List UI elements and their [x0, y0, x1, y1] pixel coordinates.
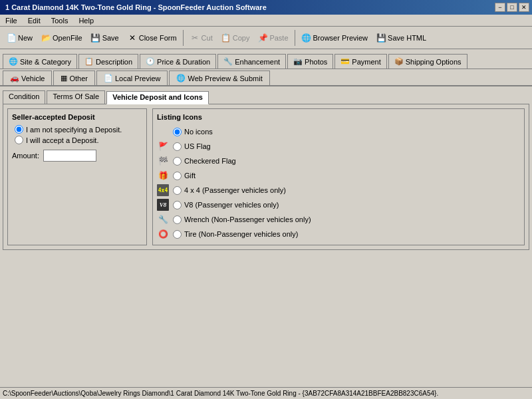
radio-gift[interactable] — [173, 172, 182, 180]
no-icons-icon — [157, 126, 169, 138]
title-bar: 1 Carat Diamond 14K Two-Tone Gold Ring -… — [0, 0, 532, 15]
icon-row-wrench: 🔧 Wrench (Non-Passenger vehicles only) — [157, 213, 520, 226]
radio-tire[interactable] — [173, 230, 182, 239]
web-preview-icon: 🌐 — [176, 74, 186, 82]
tab-local-preview[interactable]: 📄 Local Preview — [96, 70, 168, 85]
tab-description[interactable]: 📋 Description — [78, 54, 138, 68]
no-icons-label: No icons — [173, 128, 213, 136]
browser-preview-icon: 🌐 — [301, 33, 312, 43]
save-icon: 💾 — [90, 33, 101, 43]
subtab-vehicle-deposit[interactable]: Vehicle Deposit and Icons — [106, 91, 209, 104]
price-duration-icon: 🕐 — [146, 57, 155, 66]
tab-price-duration[interactable]: 🕐 Price & Duration — [140, 54, 216, 68]
paste-icon: 📌 — [257, 33, 268, 43]
tab-payment[interactable]: 💳 Payment — [334, 54, 386, 68]
tab-vehicle[interactable]: 🚗 Vehicle — [3, 70, 52, 85]
content-area: Seller-accepted Deposit I am not specify… — [3, 104, 529, 250]
copy-icon: 📋 — [221, 33, 231, 43]
radio-will-accept-input[interactable] — [15, 136, 23, 144]
deposit-radio-group: I am not specifying a Deposit. I will ac… — [15, 125, 142, 144]
sub-tabs: Condition Terms Of Sale Vehicle Deposit … — [0, 86, 532, 104]
closeform-button[interactable]: ✕ Close Form — [124, 29, 180, 47]
icon-row-4x4: 4x4 4 x 4 (Passenger vehicles only) — [157, 184, 520, 197]
wrench-label: Wrench (Non-Passenger vehicles only) — [173, 215, 311, 224]
browser-preview-button[interactable]: 🌐 Browser Preview — [298, 29, 372, 47]
new-button[interactable]: 📄 New — [3, 29, 36, 47]
radio-us-flag[interactable] — [173, 142, 182, 151]
tire-label: Tire (Non-Passenger vehicles only) — [173, 230, 298, 239]
checkered-flag-icon: 🏁 — [157, 155, 169, 167]
tab-other[interactable]: ▦ Other — [53, 70, 95, 85]
subtab-terms-of-sale[interactable]: Terms Of Sale — [47, 90, 105, 104]
shipping-icon: 📦 — [394, 57, 404, 66]
vehicle-icon: 🚗 — [10, 74, 19, 82]
photos-icon: 📷 — [293, 57, 303, 66]
tab-web-preview[interactable]: 🌐 Web Preview & Submit — [169, 70, 269, 85]
menu-help[interactable]: Help — [76, 15, 96, 26]
openfile-button[interactable]: 📂 OpenFile — [37, 29, 86, 47]
amount-label: Amount: — [12, 152, 39, 160]
deposit-panel-title: Seller-accepted Deposit — [12, 113, 142, 121]
subtab-condition[interactable]: Condition — [3, 90, 45, 104]
new-icon: 📄 — [6, 33, 17, 43]
menu-file[interactable]: File — [3, 15, 20, 26]
icons-panel-title: Listing Icons — [157, 113, 520, 121]
local-preview-icon: 📄 — [104, 74, 113, 82]
us-flag-label: US Flag — [173, 142, 211, 151]
cut-icon: ✂ — [190, 33, 200, 43]
4x4-icon: 4x4 — [157, 184, 169, 196]
close-button[interactable]: ✕ — [519, 3, 529, 12]
save-html-button[interactable]: 💾 Save HTML — [372, 29, 430, 47]
tire-icon: ⭕ — [157, 228, 169, 240]
save-button[interactable]: 💾 Save — [87, 29, 122, 47]
us-flag-icon: 🚩 — [157, 140, 169, 152]
amount-input[interactable] — [43, 150, 96, 162]
paste-button[interactable]: 📌 Paste — [254, 29, 291, 47]
wrench-icon: 🔧 — [157, 213, 169, 225]
separator-2 — [295, 30, 295, 46]
row2-tabs: 🚗 Vehicle ▦ Other 📄 Local Preview 🌐 Web … — [0, 69, 532, 86]
radio-not-specifying-input[interactable] — [15, 125, 23, 134]
menu-bar: File Edit Tools Help — [0, 15, 532, 27]
cut-button[interactable]: ✂ Cut — [186, 29, 216, 47]
icon-row-v8: V8 V8 (Passenger vehicles only) — [157, 198, 520, 211]
icon-row-tire: ⭕ Tire (Non-Passenger vehicles only) — [157, 227, 520, 241]
gift-icon: 🎁 — [157, 170, 169, 182]
radio-not-specifying-label: I am not specifying a Deposit. — [26, 126, 122, 134]
v8-icon: V8 — [157, 199, 169, 211]
radio-not-specifying: I am not specifying a Deposit. — [15, 125, 142, 134]
radio-no-icons[interactable] — [173, 128, 182, 136]
radio-wrench[interactable] — [173, 215, 182, 224]
icon-row-none: No icons — [157, 125, 520, 138]
radio-v8[interactable] — [173, 201, 182, 209]
radio-checkered-flag[interactable] — [173, 157, 182, 166]
tab-site-category[interactable]: 🌐 Site & Category — [3, 54, 77, 68]
closeform-icon: ✕ — [127, 33, 138, 43]
maximize-button[interactable]: □ — [507, 3, 517, 12]
title-bar-buttons: − □ ✕ — [495, 3, 529, 12]
icons-panel: Listing Icons No icons 🚩 US Flag 🏁 Check… — [152, 108, 525, 245]
window-title: 1 Carat Diamond 14K Two-Tone Gold Ring -… — [3, 3, 267, 11]
menu-tools[interactable]: Tools — [49, 15, 71, 26]
description-icon: 📋 — [84, 57, 94, 66]
toolbar: 📄 New 📂 OpenFile 💾 Save ✕ Close Form ✂ C… — [0, 27, 532, 49]
empty-area — [0, 253, 532, 399]
tab-photos[interactable]: 📷 Photos — [287, 54, 333, 68]
main-tabs: 🌐 Site & Category 📋 Description 🕐 Price … — [0, 49, 532, 69]
tab-shipping-options[interactable]: 📦 Shipping Options — [388, 54, 467, 68]
status-bar: C:\SpoonFeeder\Auctions\Qoba\Jewelry Rin… — [0, 387, 532, 399]
enhancement-icon: 🔧 — [223, 57, 233, 66]
minimize-button[interactable]: − — [495, 3, 505, 12]
tab-enhancement[interactable]: 🔧 Enhancement — [217, 54, 286, 68]
openfile-icon: 📂 — [41, 33, 51, 43]
icon-row-us-flag: 🚩 US Flag — [157, 140, 520, 153]
other-icon: ▦ — [61, 74, 67, 82]
gift-label: Gift — [173, 172, 196, 180]
4x4-label: 4 x 4 (Passenger vehicles only) — [173, 186, 286, 195]
copy-button[interactable]: 📋 Copy — [217, 29, 253, 47]
radio-4x4[interactable] — [173, 186, 182, 195]
radio-will-accept: I will accept a Deposit. — [15, 136, 142, 144]
deposit-panel: Seller-accepted Deposit I am not specify… — [7, 108, 147, 245]
menu-edit[interactable]: Edit — [25, 15, 43, 26]
separator-1 — [183, 30, 184, 46]
